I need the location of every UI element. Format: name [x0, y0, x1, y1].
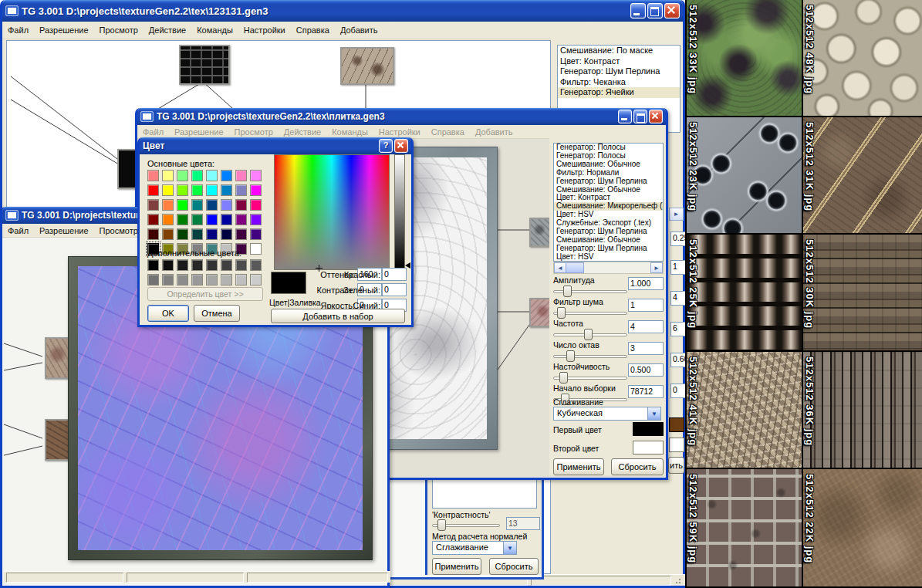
- scrollbar-arrow-right[interactable]: ►: [650, 262, 663, 273]
- color-swatch[interactable]: [162, 228, 174, 240]
- menu-item[interactable]: Просмотр: [229, 126, 279, 138]
- texture-tile-square-tiles[interactable]: 512x512 59K jpg: [687, 469, 803, 588]
- color-swatch[interactable]: [235, 259, 247, 271]
- color-swatch[interactable]: [147, 170, 159, 181]
- color-swatch[interactable]: [250, 274, 262, 286]
- titlebar[interactable]: TG 3.001 D:\projects\textureGen2.2\tex\1…: [2, 0, 683, 22]
- color-swatch[interactable]: [191, 170, 203, 181]
- add-to-set-button[interactable]: Добавить в набор: [271, 309, 405, 323]
- color-swatch[interactable]: [250, 170, 262, 181]
- texture-tile-rough-brown[interactable]: 512x512 22K jpg: [803, 469, 922, 588]
- color-swatch[interactable]: [221, 170, 232, 181]
- smoothing-dropdown[interactable]: Кубическая ▼: [553, 407, 661, 421]
- color-swatch[interactable]: [235, 214, 247, 225]
- color-swatch[interactable]: [191, 184, 203, 196]
- menu-item[interactable]: Справка: [426, 126, 470, 138]
- texture-tile-rusty-cylinders[interactable]: 512x512 25K jpg: [687, 235, 803, 352]
- chevron-down-icon[interactable]: ▼: [503, 542, 516, 554]
- color-swatch[interactable]: [206, 259, 218, 271]
- close-button[interactable]: [649, 110, 663, 123]
- color-swatch[interactable]: [206, 170, 218, 181]
- param-value[interactable]: 0.60: [670, 353, 687, 367]
- luminance-bar[interactable]: [394, 154, 405, 269]
- color-swatch[interactable]: [250, 184, 262, 196]
- contrast-value[interactable]: 13: [506, 517, 540, 530]
- field-value[interactable]: 0: [382, 268, 407, 281]
- color-swatch[interactable]: [235, 199, 247, 211]
- list-item[interactable]: Генератор: Полосы: [554, 152, 663, 161]
- list-item[interactable]: Генератор: Полосы: [554, 144, 663, 152]
- color-swatch[interactable]: [147, 259, 159, 271]
- help-button[interactable]: ?: [379, 139, 393, 153]
- list-item[interactable]: Фильтр: Чеканка: [558, 77, 680, 88]
- contrast-slider[interactable]: [432, 519, 500, 530]
- param-value[interactable]: 1.000: [628, 277, 664, 290]
- list-item[interactable]: Генератор: Шум Перлина: [554, 177, 663, 186]
- color-swatch[interactable]: [177, 228, 188, 240]
- color-swatch[interactable]: [206, 274, 218, 286]
- color-swatch[interactable]: [250, 259, 262, 271]
- menu-item[interactable]: Разрешение: [34, 225, 94, 237]
- menu-item[interactable]: Разрешение: [169, 126, 229, 138]
- color-swatch[interactable]: [177, 199, 188, 211]
- color-swatch[interactable]: [177, 274, 188, 286]
- menu-item[interactable]: Команды: [191, 24, 238, 36]
- param-value[interactable]: 1: [670, 260, 687, 275]
- slider-thumb[interactable]: [584, 329, 593, 340]
- list-item[interactable]: Смешивание: Обычное: [554, 161, 663, 169]
- color-swatch[interactable]: [162, 184, 174, 196]
- color-swatch[interactable]: [191, 199, 203, 211]
- node-thumbnail[interactable]: [340, 47, 394, 85]
- list-item[interactable]: Генератор: Шум Перлина: [554, 245, 663, 253]
- texture-tile-metal-holes[interactable]: 512x512 23K jpg: [687, 117, 803, 235]
- texture-tile-leather-diagonal[interactable]: 512x512 31K jpg: [803, 117, 922, 235]
- param-value[interactable]: 0.500: [628, 363, 664, 377]
- list-item[interactable]: Смешивание: По маске: [558, 46, 680, 56]
- param-slider[interactable]: [553, 286, 627, 296]
- slider-thumb[interactable]: [566, 350, 575, 362]
- color-swatch[interactable]: [162, 259, 174, 271]
- param-value[interactable]: 0.25: [670, 231, 687, 246]
- color-swatch[interactable]: [221, 214, 232, 225]
- color-swatch[interactable]: [235, 274, 247, 286]
- menu-item[interactable]: Просмотр: [94, 225, 144, 237]
- menu-item[interactable]: Добавить: [335, 24, 383, 36]
- texture-tile-vertical-planks[interactable]: 512x512 36K jpg: [803, 352, 922, 469]
- hue-saturation-field[interactable]: [274, 154, 390, 270]
- menu-item[interactable]: Действие: [279, 126, 326, 138]
- texture-tile-cobblestone[interactable]: 512x512 48K jpg: [803, 0, 922, 117]
- cancel-button[interactable]: Отмена: [194, 305, 240, 322]
- slider-thumb[interactable]: [563, 286, 572, 297]
- chevron-down-icon[interactable]: ▼: [647, 407, 660, 420]
- param-slider[interactable]: [553, 372, 627, 383]
- second-color-swatch[interactable]: [633, 441, 664, 455]
- define-color-button[interactable]: Определить цвет >>: [147, 287, 263, 301]
- ok-button[interactable]: OK: [147, 305, 189, 322]
- list-item[interactable]: Цвет: HSV: [554, 253, 663, 262]
- color-swatch[interactable]: [191, 228, 203, 240]
- color-swatch[interactable]: [147, 228, 159, 240]
- texture-tile-moss-green[interactable]: 512x512 33K jpg: [687, 0, 803, 117]
- color-swatch[interactable]: [235, 170, 247, 181]
- reset-button[interactable]: Сбросить: [611, 458, 664, 475]
- color-swatch[interactable]: [177, 184, 188, 196]
- minimize-button[interactable]: [630, 3, 646, 19]
- param-value[interactable]: 1: [628, 299, 664, 312]
- menu-item[interactable]: Действие: [144, 24, 191, 36]
- titlebar[interactable]: TG 3.001 D:\projects\textureGen2.2\tex\п…: [137, 108, 666, 125]
- node-thumbnail[interactable]: [179, 45, 230, 85]
- param-value[interactable]: 6: [670, 322, 687, 336]
- color-swatch[interactable]: [191, 274, 203, 286]
- color-swatch[interactable]: [235, 228, 247, 240]
- param-value[interactable]: 3: [628, 342, 664, 355]
- color-swatch[interactable]: [250, 228, 262, 240]
- maximize-button[interactable]: [633, 110, 647, 123]
- color-swatch[interactable]: [250, 199, 262, 211]
- normals-method-dropdown[interactable]: Сглаживание ▼: [432, 541, 517, 555]
- list-item[interactable]: Смешивание: Обычное: [554, 186, 663, 194]
- color-swatch[interactable]: [221, 199, 232, 211]
- list-item[interactable]: Генератор: Шум Перлина: [554, 228, 663, 236]
- horizontal-scrollbar[interactable]: ◄ ►: [553, 262, 664, 274]
- color-swatch[interactable]: [177, 214, 188, 225]
- list-item[interactable]: Цвет: HSV: [554, 211, 663, 219]
